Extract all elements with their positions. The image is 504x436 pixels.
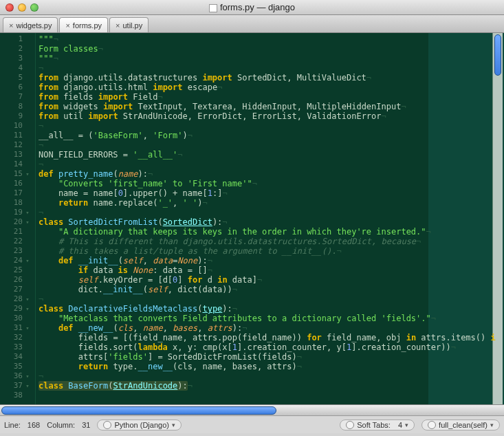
horizontal-scrollbar[interactable] [0,404,504,415]
window-title: forms.py — django [0,2,504,12]
titlebar: forms.py — django [0,0,504,15]
line-label: Line: [4,421,21,429]
line-value: 168 [28,421,40,429]
chevron-down-icon: ▾ [172,422,175,428]
symbol-icon [428,421,436,429]
close-button[interactable] [6,3,14,12]
close-icon[interactable]: × [65,21,69,30]
tab-widgets-py[interactable]: ×widgets.py [3,17,58,32]
chevron-down-icon: ▾ [405,422,408,428]
tab-util-py[interactable]: ×util.py [109,17,149,32]
horizontal-scrollbar-thumb[interactable] [1,406,276,415]
code-area[interactable]: """¬Form classes¬"""¬¬from django.utils.… [36,33,504,404]
minimize-button[interactable] [18,3,26,12]
language-icon [103,421,111,429]
tab-bar: ×widgets.py×forms.py×util.py [0,15,504,33]
close-icon[interactable]: × [9,21,13,30]
softtabs-icon [346,421,354,429]
column-label: Column: [47,421,75,429]
editor[interactable]: 1234567891011121314151617181920212223242… [0,33,504,404]
column-value: 31 [82,421,90,429]
status-bar: Line: 168 Column: 31 Python (Django) ▾ S… [0,415,504,433]
language-selector[interactable]: Python (Django) ▾ [97,419,182,430]
symbol-selector[interactable]: full_clean(self) ▾ [421,419,500,430]
zoom-button[interactable] [30,3,39,12]
gutter: 1234567891011121314151617181920212223242… [0,33,36,404]
softtabs-selector[interactable]: Soft Tabs: 4 ▾ [340,419,415,430]
tab-forms-py[interactable]: ×forms.py [59,17,108,32]
document-icon [209,4,217,12]
window-controls [6,3,39,12]
close-icon[interactable]: × [116,21,120,30]
chevron-down-icon: ▾ [490,422,494,428]
